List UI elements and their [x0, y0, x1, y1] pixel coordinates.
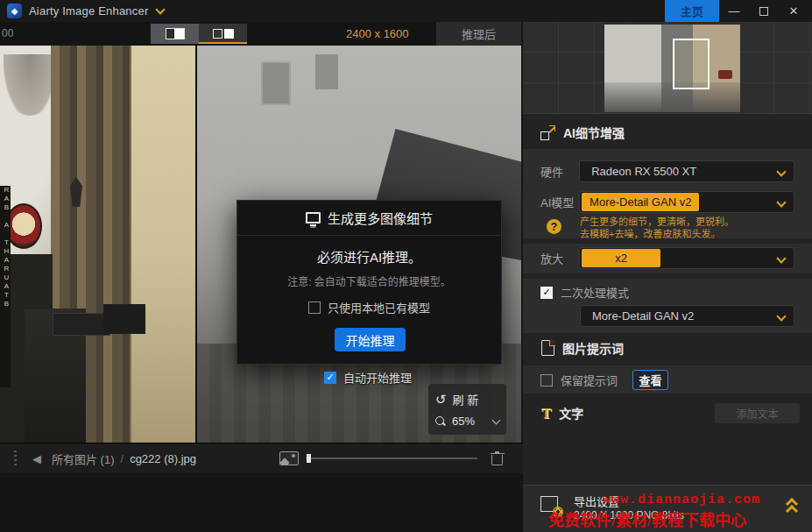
- secondary-mode-label: 二次处理模式: [561, 284, 629, 301]
- export-info: 2400 X 1600 PNG 8bits: [574, 509, 684, 521]
- monitor-icon: [306, 212, 321, 223]
- enhance-icon: [540, 125, 555, 140]
- refresh-label: 刷 新: [453, 391, 479, 408]
- scale-label: 放大: [540, 250, 579, 266]
- photo-side-sign: RAB A THARUATB: [0, 186, 11, 387]
- collapse-chevrons-icon[interactable]: [786, 498, 800, 517]
- secondary-model-value: More-Detail GAN v2: [592, 309, 694, 323]
- close-icon: ✕: [789, 4, 799, 18]
- image-preview[interactable]: RAB A THARUATB 生成更多图像细节 必须进行AI推理。 注意: 会自…: [0, 46, 521, 443]
- export-settings-footer[interactable]: 导出设置 2400 X 1600 PNG 8bits: [523, 485, 812, 532]
- prompt-section-header: 图片提示词: [523, 336, 812, 360]
- settings-panel: AI细节增强 硬件 Radeon RX 5500 XT AI模型 More-De…: [523, 22, 812, 532]
- side-by-side-icon: [213, 29, 234, 39]
- zoom-controls: ↺ 刷 新 65%: [428, 384, 506, 435]
- titlebar: ◆ Aiarty Image Enhancer 主页 — ✕: [0, 0, 812, 22]
- prompt-header-title: 图片提示词: [562, 339, 624, 357]
- side-by-side-view-button[interactable]: [199, 24, 247, 44]
- inference-dialog: 生成更多图像细节 必须进行AI推理。 注意: 会自动下载适合的推理模型。 只使用…: [237, 200, 502, 365]
- text-icon: T: [541, 406, 551, 421]
- keep-prompt-label: 保留提示词: [561, 372, 618, 388]
- local-model-checkbox[interactable]: [308, 301, 321, 314]
- ai-model-dropdown[interactable]: More-Detail GAN v2: [579, 191, 794, 213]
- hardware-value: Radeon RX 5500 XT: [591, 165, 696, 178]
- after-inference-tab[interactable]: 推理后: [436, 22, 521, 46]
- output-resolution-label: 2400 x 1600: [346, 27, 430, 40]
- close-button[interactable]: ✕: [779, 0, 808, 22]
- document-icon: [541, 340, 554, 356]
- refresh-icon: ↺: [435, 393, 447, 406]
- back-arrow-icon[interactable]: ◀: [32, 452, 41, 465]
- secondary-model-chevron-down-icon: [776, 311, 786, 321]
- thumbnail-size-icon: [279, 451, 299, 465]
- breadcrumb-all-images[interactable]: 所有图片 (1): [52, 450, 115, 467]
- help-icon[interactable]: ?: [547, 219, 561, 234]
- file-bar: ◀ 所有图片 (1) / cg222 (8).jpg: [0, 443, 523, 473]
- export-gear-icon: [540, 496, 563, 517]
- hardware-chevron-down-icon: [776, 167, 786, 176]
- ai-model-value: More-Detail GAN v2: [582, 193, 699, 211]
- breadcrumb-separator: /: [121, 452, 124, 465]
- dialog-title: 生成更多图像细节: [328, 209, 433, 227]
- breadcrumb-filename: cg222 (8).jpg: [130, 452, 196, 465]
- resolution-fragment: 00: [2, 27, 13, 39]
- text-header-title: 文字: [559, 404, 583, 422]
- drag-handle[interactable]: [14, 450, 17, 466]
- auto-start-checkbox[interactable]: ✓: [324, 372, 336, 384]
- minimize-icon: —: [729, 4, 740, 18]
- keep-prompt-checkbox[interactable]: [540, 374, 553, 387]
- hardware-dropdown[interactable]: Radeon RX 5500 XT: [579, 160, 794, 182]
- zoom-chevron-down-icon: [492, 415, 501, 424]
- split-view-button[interactable]: [151, 24, 199, 44]
- scale-chevron-down-icon: [776, 253, 786, 263]
- scale-value: x2: [582, 249, 660, 267]
- dialog-note: 注意: 会自动下载适合的推理模型。: [237, 273, 501, 288]
- thumbnail-size-slider[interactable]: [306, 458, 477, 459]
- maximize-icon: [759, 7, 768, 16]
- scale-dropdown[interactable]: x2: [579, 247, 794, 269]
- secondary-model-dropdown[interactable]: More-Detail GAN v2: [580, 305, 794, 327]
- dialog-header: 生成更多图像细节: [237, 201, 501, 236]
- app-window: ◆ Aiarty Image Enhancer 主页 — ✕ 00 2400 x…: [0, 0, 812, 532]
- trash-icon[interactable]: [491, 452, 504, 465]
- zoom-level-value: 65%: [452, 415, 475, 428]
- refresh-button[interactable]: ↺ 刷 新: [435, 391, 499, 408]
- add-text-button[interactable]: 添加文本: [715, 403, 800, 423]
- home-button[interactable]: 主页: [665, 0, 719, 22]
- start-inference-button[interactable]: 开始推理: [335, 328, 406, 351]
- ai-model-chevron-down-icon: [776, 197, 786, 207]
- export-title: 导出设置: [574, 493, 619, 509]
- secondary-mode-checkbox[interactable]: ✓: [540, 287, 553, 299]
- ai-model-label: AI模型: [540, 194, 579, 210]
- app-menu-chevron-down-icon[interactable]: [156, 4, 166, 14]
- hardware-label: 硬件: [540, 163, 579, 180]
- slider-handle[interactable]: [307, 454, 311, 463]
- app-title: Aiarty Image Enhancer: [29, 4, 148, 18]
- dialog-message: 必须进行AI推理。: [237, 247, 501, 266]
- model-description-line2: 去模糊+去噪，改善皮肤和头发。: [580, 228, 734, 240]
- text-section-header: T 文字 添加文本: [523, 401, 812, 425]
- local-model-label: 只使用本地已有模型: [328, 299, 430, 316]
- app-logo-icon: ◆: [7, 4, 22, 18]
- navigator-panel[interactable]: [523, 22, 812, 114]
- enhance-header-title: AI细节增强: [563, 124, 625, 141]
- magnifier-icon: [435, 416, 446, 427]
- auto-start-label: 自动开始推理: [343, 369, 412, 386]
- model-description-line1: 产生更多的细节，更清晰，更锐利。: [580, 216, 734, 228]
- photo-round-sign: [5, 203, 42, 249]
- view-prompt-button[interactable]: 查看: [632, 370, 668, 390]
- zoom-level-dropdown[interactable]: 65%: [435, 415, 499, 428]
- maximize-button[interactable]: [749, 0, 779, 22]
- minimize-button[interactable]: —: [719, 0, 749, 22]
- preview-toolbar: 00 2400 x 1600 推理后: [0, 22, 523, 46]
- view-mode-toggle: [151, 24, 247, 44]
- main-area: 00 2400 x 1600 推理后: [0, 22, 523, 532]
- split-view-icon: [166, 28, 185, 39]
- navigator-viewport-rect[interactable]: [673, 39, 710, 89]
- enhance-section-header: AI细节增强: [523, 120, 812, 145]
